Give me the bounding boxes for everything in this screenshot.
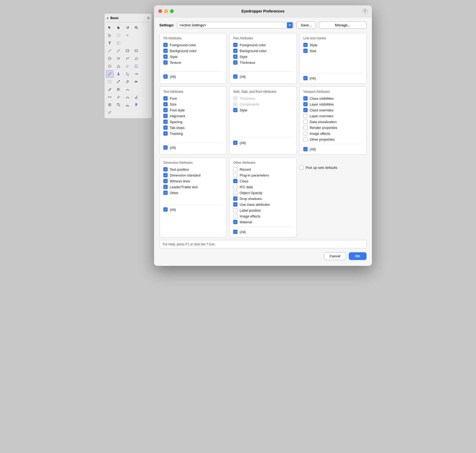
vp-render-checkbox[interactable] (303, 125, 308, 130)
text-alignment-checkbox[interactable]: ✓ (163, 114, 168, 118)
tool-text[interactable]: T (106, 39, 113, 47)
ok-button[interactable]: OK (349, 252, 367, 260)
wall-style-checkbox[interactable]: ✓ (233, 108, 237, 112)
fill-foreground-item[interactable]: ✓ Foreground color (163, 43, 223, 47)
other-labelpos-item[interactable]: Label position (233, 208, 292, 212)
close-button[interactable] (158, 9, 162, 13)
dim-witness-item[interactable]: ✓ Witness lines (163, 179, 223, 183)
other-class-item[interactable]: ✓ Class (233, 179, 292, 183)
line-size-checkbox[interactable]: ✓ (303, 49, 308, 53)
text-tabstops-checkbox[interactable]: ✓ (163, 125, 168, 130)
other-opacity-checkbox[interactable] (233, 191, 237, 195)
tool-hexagon[interactable] (133, 62, 140, 70)
tool-stamp[interactable] (115, 70, 122, 78)
other-dropshadow-item[interactable]: ✓ Drop shadows (233, 196, 292, 201)
vp-imageeffects-checkbox[interactable] (303, 131, 308, 136)
tool-cursor2[interactable] (124, 70, 131, 78)
dim-textpos-item[interactable]: ✓ Text position (163, 167, 223, 171)
pen-all-checkbox[interactable]: ✓ (233, 74, 237, 79)
tool-arrow-right[interactable] (133, 70, 140, 78)
fill-texture-item[interactable]: ✓ Texture (163, 60, 223, 65)
tool-roundrect[interactable] (133, 47, 140, 54)
dim-all-checkbox[interactable]: ✓ (163, 207, 168, 212)
other-plugin-checkbox[interactable] (233, 173, 237, 177)
wall-style-item[interactable]: ✓ Style (233, 108, 292, 112)
text-all-checkbox[interactable]: ✓ (163, 145, 168, 150)
vp-datavis-item[interactable]: Data visualization (303, 120, 363, 124)
tool-angle[interactable] (133, 93, 140, 101)
cancel-button[interactable]: Cancel (324, 252, 346, 260)
wall-all-checkbox[interactable]: ✓ (233, 141, 237, 145)
tool-arc[interactable] (124, 93, 131, 101)
pen-foreground-item[interactable]: ✓ Foreground color (233, 43, 292, 47)
text-tabstops-item[interactable]: ✓ Tab stops (163, 125, 223, 130)
vp-layeroverrides-item[interactable]: Layer overrides (303, 114, 363, 118)
tool-curve[interactable] (124, 86, 131, 93)
tool-x[interactable]: ✕ (124, 32, 131, 39)
tool-marquee[interactable] (115, 32, 122, 39)
fill-background-checkbox[interactable]: ✓ (163, 49, 168, 53)
other-ifc-checkbox[interactable] (233, 185, 237, 189)
tool-wand[interactable] (124, 62, 131, 70)
fill-style-item[interactable]: ✓ Style (163, 54, 223, 59)
text-alignment-item[interactable]: ✓ Alignment (163, 114, 223, 118)
other-labelpos-checkbox[interactable] (233, 208, 237, 212)
dim-standard-item[interactable]: ✓ Dimension standard (163, 173, 223, 177)
pen-background-checkbox[interactable]: ✓ (233, 49, 237, 53)
text-spacing-checkbox[interactable]: ✓ (163, 120, 168, 124)
other-record-checkbox[interactable] (233, 167, 237, 171)
fill-all-checkbox[interactable]: ✓ (163, 74, 168, 79)
wall-thickness-item[interactable]: ✓ Thickness (233, 96, 292, 100)
pen-thickness-item[interactable]: ✓ Thickness (233, 60, 292, 65)
pen-background-item[interactable]: ✓ Background color (233, 49, 292, 53)
tool-bezier[interactable] (124, 55, 131, 62)
tool-measure[interactable] (106, 93, 113, 101)
pen-all-item[interactable]: ✓ (All) (233, 72, 292, 79)
other-plugin-item[interactable]: Plug-in parameters (233, 173, 292, 177)
dim-other-item[interactable]: ✓ Other (163, 191, 223, 195)
settings-select[interactable]: <Active Settings> (177, 22, 294, 28)
text-size-checkbox[interactable]: ✓ (163, 102, 168, 106)
tool-ellipse[interactable] (115, 55, 122, 62)
other-record-item[interactable]: Record (233, 167, 292, 171)
text-fontstyle-item[interactable]: ✓ Font style (163, 108, 223, 112)
text-font-item[interactable]: ✓ Font (163, 96, 223, 100)
other-class-checkbox[interactable]: ✓ (233, 179, 237, 183)
toolbox-add-icon[interactable]: + (107, 16, 109, 20)
tool-rect[interactable] (124, 47, 131, 54)
tool-lasso[interactable] (133, 55, 140, 62)
tool-polygon[interactable] (106, 62, 113, 70)
tool-zoom[interactable] (133, 24, 140, 31)
text-spacing-item[interactable]: ✓ Spacing (163, 120, 223, 124)
tool-magnify[interactable] (115, 101, 122, 108)
tool-pencil[interactable] (115, 47, 122, 54)
tool-skip[interactable] (133, 78, 140, 85)
help-button[interactable]: ? (362, 9, 368, 14)
vp-classoverrides-item[interactable]: ✓ Class overrides (303, 108, 363, 112)
pickup-item[interactable]: Pick up sets defaults (299, 165, 337, 170)
dim-other-checkbox[interactable]: ✓ (163, 191, 168, 195)
vp-imageeffects-item[interactable]: Image effects (303, 131, 363, 136)
vp-otherprops-checkbox[interactable] (303, 137, 308, 141)
other-ifc-item[interactable]: IFC data (233, 185, 292, 189)
tool-scissors[interactable] (115, 86, 122, 93)
tool-rotate-view[interactable] (124, 24, 131, 31)
other-dropshadow-checkbox[interactable]: ✓ (233, 196, 237, 201)
tool-knife[interactable] (106, 86, 113, 93)
line-all-item[interactable]: ✓ (All) (303, 73, 363, 80)
line-size-item[interactable]: ✓ Size (303, 49, 363, 53)
dim-all-item[interactable]: ✓ (All) (163, 204, 223, 212)
fill-texture-checkbox[interactable]: ✓ (163, 60, 168, 65)
vp-all-item[interactable]: − (All) (303, 144, 363, 151)
dim-leader-item[interactable]: ✓ Leader/Trailer text (163, 185, 223, 189)
pen-thickness-checkbox[interactable]: ✓ (233, 60, 237, 65)
dim-standard-checkbox[interactable]: ✓ (163, 173, 168, 177)
vp-layervis-checkbox[interactable]: ✓ (303, 102, 308, 106)
vp-classvis-item[interactable]: ✓ Class visibilities (303, 96, 363, 100)
tool-compass[interactable] (106, 101, 113, 108)
other-all-checkbox[interactable]: − (233, 230, 237, 234)
tool-pencil2[interactable] (115, 93, 122, 101)
pen-style-item[interactable]: ✓ Style (233, 54, 292, 59)
other-material-item[interactable]: ✓ Material (233, 220, 292, 224)
fill-all-item[interactable]: ✓ (All) (163, 72, 223, 79)
